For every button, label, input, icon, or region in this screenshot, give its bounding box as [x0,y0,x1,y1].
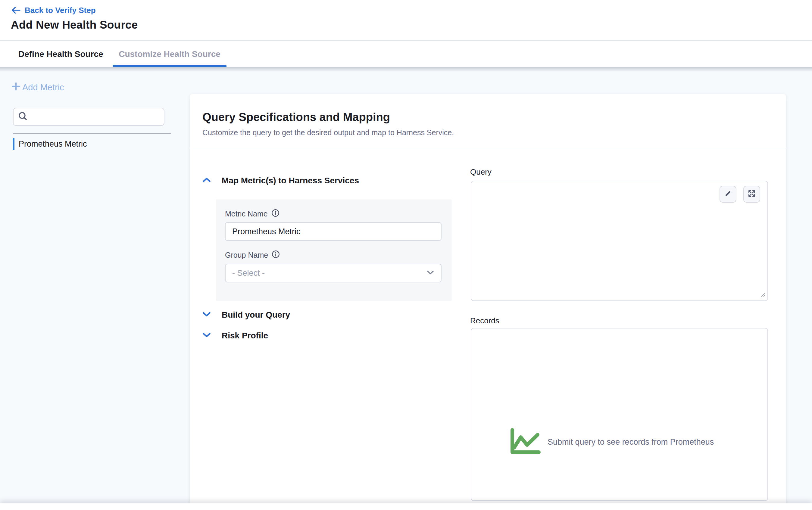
section-risk-profile-header[interactable]: Risk Profile [202,331,268,340]
group-name-label: Group Name [225,250,280,260]
chevron-up-icon [202,177,211,184]
query-label: Query [470,168,492,177]
sidebar-divider [13,133,171,134]
card-divider [190,149,786,149]
records-panel: Submit query to see records from Prometh… [471,328,768,501]
group-name-select-value: - Select - [232,269,265,278]
back-to-verify-step-link[interactable]: Back to Verify Step [11,4,96,16]
records-label: Records [470,316,499,325]
back-arrow-icon [11,6,21,14]
page-title: Add New Health Source [11,19,138,31]
page-header: Back to Verify Step Add New Health Sourc… [0,0,812,41]
tab-customize-health-source[interactable]: Customize Health Source [113,41,227,67]
back-link-label: Back to Verify Step [25,6,96,15]
chevron-down-icon [427,270,434,276]
add-metric-label: Add Metric [22,83,64,92]
records-empty-state: Submit query to see records from Prometh… [510,428,749,456]
section-map-metrics-header[interactable]: Map Metric(s) to Harness Services [202,176,359,185]
section-build-query-header[interactable]: Build your Query [202,310,290,320]
line-chart-icon [510,428,541,456]
info-icon[interactable] [272,250,280,260]
search-icon [18,111,28,123]
group-name-label-text: Group Name [225,251,268,260]
pencil-icon [724,189,732,199]
tab-define-label: Define Health Source [18,49,103,59]
tab-define-health-source[interactable]: Define Health Source [18,41,103,67]
edit-query-button[interactable] [720,186,736,203]
metric-search-input[interactable] [32,109,160,125]
resize-grip-icon[interactable] [758,290,765,299]
metric-name-label: Metric Name [225,209,280,219]
maximize-icon [747,189,756,199]
chevron-down-icon [202,332,211,339]
tab-customize-label: Customize Health Source [119,49,221,59]
records-empty-text: Submit query to see records from Prometh… [548,438,714,447]
wizard-footer [0,503,812,510]
health-source-tabbar: Define Health Source Customize Health So… [0,41,812,67]
metric-name-input[interactable] [225,222,441,241]
selected-indicator-bar [13,138,14,150]
query-specifications-card: Query Specifications and Mapping Customi… [190,94,786,510]
chevron-down-icon [202,311,211,319]
card-title: Query Specifications and Mapping [202,111,390,124]
section-map-metrics-label: Map Metric(s) to Harness Services [222,176,359,185]
expand-query-button[interactable] [743,186,760,203]
map-metrics-form-panel: Metric Name Group Name - Select [216,199,452,301]
query-editor-box [471,181,768,301]
metric-item-label: Prometheus Metric [19,140,87,149]
info-icon[interactable] [271,209,280,219]
section-risk-profile-label: Risk Profile [222,331,268,340]
active-tab-underline [113,65,227,67]
metric-search-box [13,108,165,126]
metric-list-item-prometheus[interactable]: Prometheus Metric [13,138,87,150]
card-subtitle: Customize the query to get the desired o… [202,128,454,137]
metric-name-label-text: Metric Name [225,210,268,218]
plus-icon [11,82,21,93]
add-metric-button[interactable]: Add Metric [11,82,64,93]
section-build-query-label: Build your Query [222,310,290,320]
group-name-select[interactable]: - Select - [225,264,441,282]
